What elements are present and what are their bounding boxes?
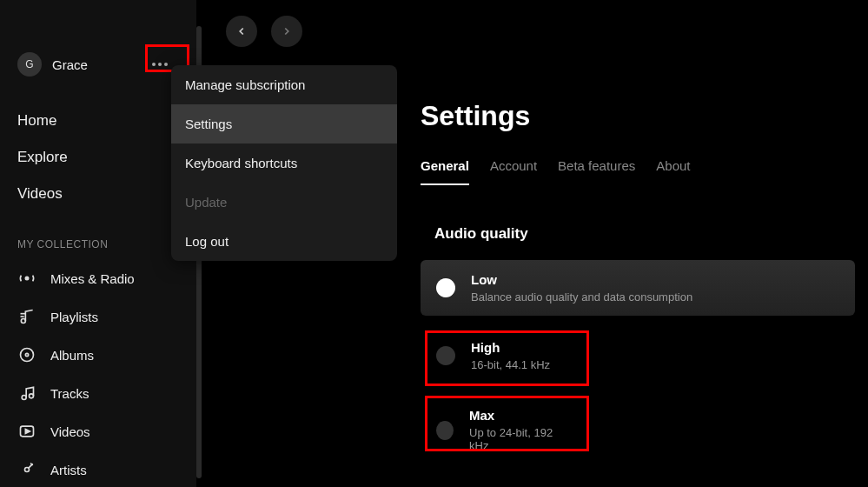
radio-indicator bbox=[436, 346, 455, 365]
chevron-right-icon bbox=[281, 25, 293, 37]
user-profile[interactable]: G Grace bbox=[17, 52, 88, 77]
page-title: Settings bbox=[421, 100, 868, 132]
tab-general[interactable]: General bbox=[421, 158, 469, 185]
settings-tabs: General Account Beta features About bbox=[421, 158, 868, 185]
artist-icon bbox=[17, 461, 36, 478]
radio-icon bbox=[17, 270, 36, 287]
video-icon bbox=[17, 423, 36, 440]
primary-nav: Home Explore Videos bbox=[0, 94, 196, 221]
svg-marker-12 bbox=[25, 430, 30, 434]
menu-keyboard-shortcuts[interactable]: Keyboard shortcuts bbox=[171, 143, 397, 183]
option-subtitle: Up to 24-bit, 192 kHz bbox=[469, 426, 566, 452]
audio-quality-high[interactable]: High 16-bit, 44.1 kHz bbox=[421, 328, 581, 384]
nav-forward-button[interactable] bbox=[271, 16, 302, 47]
menu-logout[interactable]: Log out bbox=[171, 222, 397, 261]
radio-indicator bbox=[436, 421, 454, 440]
sidebar-item-label: Tracks bbox=[50, 386, 89, 401]
audio-quality-heading: Audio quality bbox=[434, 225, 868, 243]
menu-manage-subscription[interactable]: Manage subscription bbox=[171, 65, 397, 104]
audio-quality-options: Low Balance audio quality and data consu… bbox=[421, 260, 868, 464]
avatar: G bbox=[17, 52, 42, 77]
nav-videos[interactable]: Videos bbox=[17, 176, 179, 212]
username: Grace bbox=[52, 57, 88, 72]
sidebar-item-label: Videos bbox=[50, 424, 90, 439]
menu-settings[interactable]: Settings bbox=[171, 104, 397, 143]
overflow-menu: Manage subscription Settings Keyboard sh… bbox=[171, 65, 397, 261]
sidebar-item-label: Albums bbox=[50, 348, 94, 363]
svg-point-0 bbox=[152, 63, 156, 66]
radio-indicator bbox=[436, 278, 455, 297]
sidebar-item-mixes[interactable]: Mixes & Radio bbox=[0, 259, 196, 297]
tab-account[interactable]: Account bbox=[490, 158, 537, 185]
tab-beta-features[interactable]: Beta features bbox=[558, 158, 635, 185]
svg-point-2 bbox=[164, 63, 168, 66]
sidebar: G Grace Home Explore Videos MY COLLECTIO… bbox=[0, 0, 196, 487]
nav-back-button[interactable] bbox=[226, 16, 257, 47]
main-content: Settings General Account Beta features A… bbox=[421, 100, 868, 477]
menu-update: Update bbox=[171, 183, 397, 222]
user-row: G Grace bbox=[0, 43, 196, 94]
sidebar-item-videos[interactable]: Videos bbox=[0, 412, 196, 450]
svg-point-8 bbox=[25, 353, 28, 356]
audio-quality-max[interactable]: Max Up to 24-bit, 192 kHz bbox=[421, 396, 581, 464]
sidebar-item-albums[interactable]: Albums bbox=[0, 336, 196, 374]
sidebar-item-tracks[interactable]: Tracks bbox=[0, 374, 196, 412]
sidebar-item-label: Artists bbox=[50, 463, 87, 477]
more-horizontal-icon bbox=[151, 63, 169, 66]
playlist-icon bbox=[17, 308, 36, 325]
sidebar-item-playlists[interactable]: Playlists bbox=[0, 297, 196, 336]
audio-quality-low[interactable]: Low Balance audio quality and data consu… bbox=[421, 260, 855, 316]
nav-home[interactable]: Home bbox=[17, 103, 179, 139]
svg-point-7 bbox=[21, 349, 34, 362]
history-nav bbox=[226, 16, 302, 47]
album-icon bbox=[17, 346, 36, 364]
option-title: Max bbox=[469, 408, 566, 423]
tab-about[interactable]: About bbox=[656, 158, 690, 185]
option-title: Low bbox=[471, 272, 692, 287]
svg-point-1 bbox=[158, 63, 162, 66]
sidebar-item-label: Mixes & Radio bbox=[50, 271, 135, 286]
track-icon bbox=[17, 384, 36, 402]
chevron-left-icon bbox=[235, 25, 248, 37]
sidebar-item-artists[interactable]: Artists bbox=[0, 450, 196, 487]
sidebar-item-label: Playlists bbox=[50, 310, 98, 324]
option-title: High bbox=[471, 340, 550, 355]
option-subtitle: 16-bit, 44.1 kHz bbox=[471, 358, 550, 371]
collection-label: MY COLLECTION bbox=[0, 221, 196, 259]
svg-point-3 bbox=[25, 277, 28, 279]
nav-explore[interactable]: Explore bbox=[17, 139, 179, 176]
option-subtitle: Balance audio quality and data consumpti… bbox=[471, 290, 692, 304]
